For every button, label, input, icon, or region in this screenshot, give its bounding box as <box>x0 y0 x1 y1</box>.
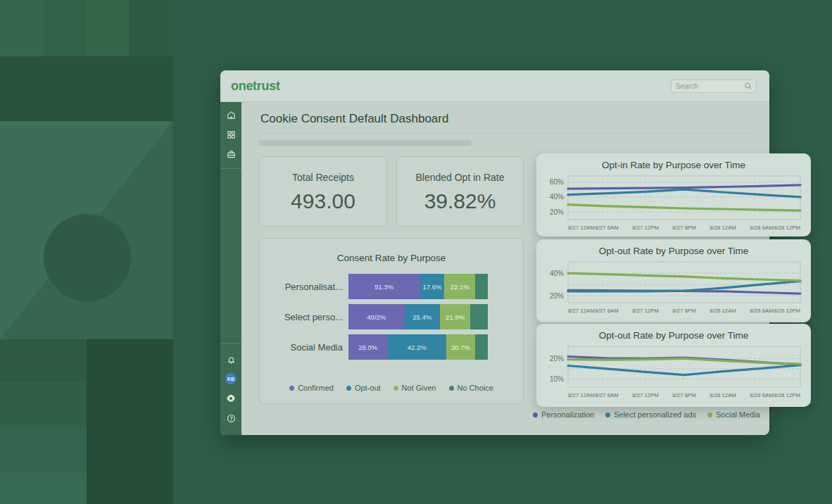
home-icon[interactable] <box>220 105 241 125</box>
stat-card-blended-opt-in: Blended Opt in Rate 39.82% <box>396 156 524 227</box>
bg-circle <box>44 214 131 301</box>
chart-title: Consent Rate by Purpose <box>260 253 523 263</box>
svg-text:40%: 40% <box>550 193 564 201</box>
svg-text:20%: 20% <box>550 355 564 363</box>
search-icon <box>745 80 752 92</box>
legend-label: Select personalized ads <box>614 410 696 419</box>
consent-rate-chart-card: Consent Rate by Purpose Personalisat...5… <box>259 238 524 404</box>
svg-text:8/28 12AM: 8/28 12AM <box>710 225 736 231</box>
stat-label: Blended Opt in Rate <box>397 172 523 183</box>
purpose-legend: PersonalizationSelect personalized adsSo… <box>533 410 807 419</box>
svg-text:8/27 6AM: 8/27 6AM <box>595 392 618 398</box>
svg-text:8/27 12PM: 8/27 12PM <box>632 225 659 231</box>
bg-square <box>130 0 173 56</box>
legend-item: Not Given <box>393 384 436 392</box>
svg-text:10%: 10% <box>550 375 564 383</box>
bell-icon[interactable] <box>220 349 241 369</box>
stacked-bar: 28.0%42.2%20.7% <box>348 334 488 360</box>
legend-label: Personalization <box>541 410 594 419</box>
stat-value: 39.82% <box>397 189 523 213</box>
legend-dot <box>449 386 454 391</box>
legend-item: Select personalized ads <box>605 410 696 419</box>
avatar[interactable]: KB <box>220 369 241 389</box>
svg-text:8/27 12AM: 8/27 12AM <box>568 392 595 398</box>
stat-value: 493.00 <box>260 189 386 213</box>
opt-out-rate-chart-card-1: Opt-out Rate by Purpose over Time 20%40%… <box>536 239 811 322</box>
app-window: onetrust KB <box>220 70 769 435</box>
opt-in-rate-chart-card: Opt-in Rate by Purpose over Time 20%40%6… <box>536 153 811 237</box>
main-content: Cookie Consent Default Dashboard Total R… <box>241 102 769 435</box>
svg-text:8/27 12AM: 8/27 12AM <box>568 225 595 231</box>
legend-label: Not Given <box>402 384 436 392</box>
svg-text:8/28 12PM: 8/28 12PM <box>774 392 800 398</box>
line-chart-svg: 20%40%8/27 12AM8/27 6AM8/27 12PM8/27 6PM… <box>543 259 805 317</box>
bar-row: Social Media28.0%42.2%20.7% <box>272 334 488 360</box>
window-header: onetrust <box>220 70 769 102</box>
bar-segment: 20.7% <box>446 334 475 360</box>
svg-text:8/27 6PM: 8/27 6PM <box>672 392 695 398</box>
bar-segment: 22.1% <box>444 274 475 299</box>
sidebar-nav: KB <box>220 102 241 435</box>
bar-segment: 17.6% <box>420 274 445 299</box>
svg-text:20%: 20% <box>550 292 564 300</box>
chart-legend: ConfirmedOpt-outNot GivenNo Choice <box>260 384 523 392</box>
bg-square <box>0 0 44 56</box>
legend-item: Opt-out <box>346 384 381 392</box>
stat-label: Total Receipts <box>260 172 386 183</box>
gear-icon[interactable] <box>220 389 241 408</box>
bg-band <box>0 56 173 121</box>
svg-text:8/28 12AM: 8/28 12AM <box>710 308 736 314</box>
bar-row: Select perso...40/2%25.4%21.9% <box>272 304 488 329</box>
stacked-bar: 40/2%25.4%21.9% <box>348 304 488 329</box>
bg-square <box>0 427 87 473</box>
bar-segment: 40/2% <box>348 304 405 329</box>
legend-dot <box>533 412 538 417</box>
bar-segment: 51.3% <box>348 274 420 299</box>
bg-square <box>0 339 87 382</box>
page-title: Cookie Consent Default Dashboard <box>260 112 448 126</box>
legend-dot <box>393 386 398 391</box>
sidebar-divider <box>220 343 241 344</box>
svg-text:8/28 6AM: 8/28 6AM <box>750 225 773 231</box>
legend-dot <box>346 386 351 391</box>
bar-segment: 21.9% <box>440 304 470 329</box>
line-chart-svg: 20%40%60%8/27 12AM8/27 6AM8/27 12PM8/27 … <box>543 173 805 234</box>
help-icon[interactable] <box>220 408 241 428</box>
chart-title: Opt-in Rate by Purpose over Time <box>536 160 811 170</box>
bar-segment <box>475 274 488 299</box>
line-chart: 10%20%8/27 12AM8/27 6AM8/27 12PM8/27 6PM… <box>543 344 805 404</box>
search-input[interactable] <box>676 82 745 90</box>
line-chart-svg: 10%20%8/27 12AM8/27 6AM8/27 12PM8/27 6PM… <box>543 344 805 401</box>
bar-segment: 42.2% <box>387 334 446 360</box>
bar-segment <box>475 334 488 360</box>
avatar-initials: KB <box>225 373 237 384</box>
stacked-bar-chart: Personalisat...51.3%17.6%22.1%Select per… <box>272 274 488 365</box>
bar-row: Personalisat...51.3%17.6%22.1% <box>272 274 488 299</box>
apps-grid-icon[interactable] <box>220 125 241 144</box>
bar-segment: 28.0% <box>348 334 387 360</box>
opt-out-rate-chart-card-2: Opt-out Rate by Purpose over Time 10%20%… <box>536 324 811 407</box>
briefcase-icon[interactable] <box>220 144 241 164</box>
svg-text:8/28 12PM: 8/28 12PM <box>774 225 800 231</box>
legend-item: No Choice <box>449 384 493 392</box>
bar-row-label: Select perso... <box>272 312 348 322</box>
svg-text:8/27 6PM: 8/27 6PM <box>672 308 695 314</box>
svg-text:8/27 6AM: 8/27 6AM <box>595 225 618 231</box>
search-box[interactable] <box>671 80 757 93</box>
bar-row-label: Social Media <box>272 342 348 353</box>
svg-text:8/27 12PM: 8/27 12PM <box>632 392 659 398</box>
bar-row-label: Personalisat... <box>272 282 348 292</box>
legend-dot <box>289 386 294 391</box>
legend-dot <box>605 412 610 417</box>
bg-square <box>87 339 173 504</box>
title-divider <box>259 133 750 134</box>
stacked-bar: 51.3%17.6%22.1% <box>348 274 488 299</box>
svg-text:8/28 6AM: 8/28 6AM <box>750 392 773 398</box>
svg-text:8/28 12PM: 8/28 12PM <box>774 308 800 314</box>
line-chart: 20%40%60%8/27 12AM8/27 6AM8/27 12PM8/27 … <box>543 173 805 237</box>
chart-title: Opt-out Rate by Purpose over Time <box>536 246 811 256</box>
legend-item: Confirmed <box>289 384 334 392</box>
skeleton-placeholder-bar <box>259 140 472 146</box>
svg-text:8/27 6PM: 8/27 6PM <box>672 225 695 231</box>
chart-title: Opt-out Rate by Purpose over Time <box>536 330 811 341</box>
